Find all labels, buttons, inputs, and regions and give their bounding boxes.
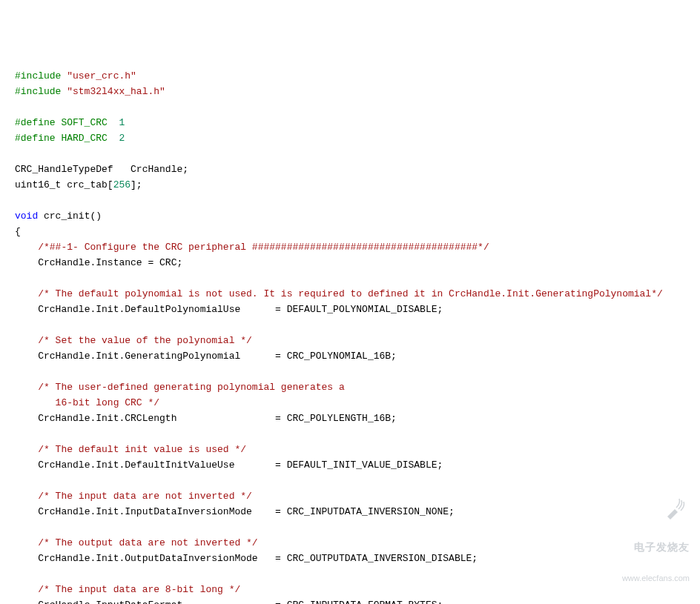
comment: /* Set the value of the polynomial */ <box>38 335 252 346</box>
include-file: "user_crc.h" <box>67 70 136 82</box>
code-line: CrcHandle.Init.OutputDataInversionMode =… <box>38 553 478 564</box>
code-line: CrcHandle.Init.CRCLength = CRC_POLYLENGT… <box>38 413 397 424</box>
include-file: "stm32l4xx_hal.h" <box>67 86 165 97</box>
code-line: CrcHandle.Init.InputDataInversionMode = … <box>38 506 455 517</box>
define-value: 2 <box>119 133 125 144</box>
comment: /* The input data are not inverted */ <box>38 491 252 502</box>
code-line: CrcHandle.Init.GeneratingPolynomial = CR… <box>38 351 397 362</box>
include-directive: #include <box>15 86 67 97</box>
declaration-part: ]; <box>131 179 142 190</box>
define-name: HARD_CRC <box>56 133 119 144</box>
comment: 16-bit long CRC */ <box>38 397 159 408</box>
declaration-part: uint16_t crc_tab[ <box>15 179 113 190</box>
code-block: #include "user_crc.h" #include "stm32l4x… <box>15 68 685 604</box>
comment: /*##-1- Configure the CRC peripheral ###… <box>38 242 489 253</box>
comment: /* The default polynomial is not used. I… <box>38 288 663 299</box>
include-directive: #include <box>15 70 67 82</box>
define-directive: #define <box>15 133 56 144</box>
array-size: 256 <box>113 179 131 190</box>
define-directive: #define <box>15 117 56 128</box>
declaration: CRC_HandleTypeDef CrcHandle; <box>15 164 188 175</box>
comment: /* The output data are not inverted */ <box>38 537 257 548</box>
code-line: CrcHandle.Instance = CRC; <box>38 257 182 268</box>
comment: /* The default init value is used */ <box>38 444 246 455</box>
keyword-void: void <box>15 210 38 222</box>
code-line: CrcHandle.Init.DefaultPolynomialUse = DE… <box>38 304 443 315</box>
function-signature: crc_init() <box>38 210 102 222</box>
code-line: CrcHandle.Init.DefaultInitValueUse = DEF… <box>38 459 443 471</box>
brace-open: { <box>15 226 21 237</box>
code-line: CrcHandle.InputDataFormat = CRC_INPUTDAT… <box>38 600 443 604</box>
define-value: 1 <box>119 117 125 128</box>
comment: /* The input data are 8-bit long */ <box>38 584 240 595</box>
comment: /* The user-defined generating polynomia… <box>38 382 344 393</box>
define-name: SOFT_CRC <box>56 117 119 128</box>
